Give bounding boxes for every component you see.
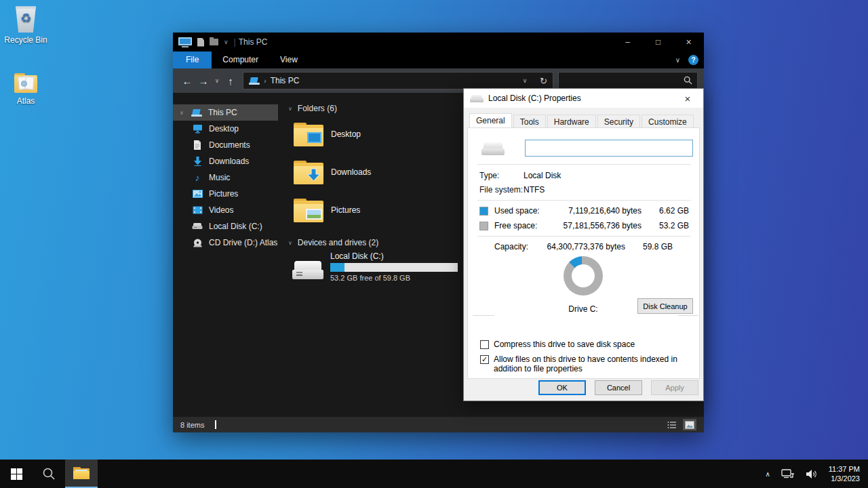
hard-drive-icon <box>292 261 323 279</box>
forward-button[interactable]: → <box>195 75 212 87</box>
help-icon[interactable]: ? <box>688 55 698 65</box>
quick-access-toolbar: ∨ | <box>173 37 236 47</box>
tab-computer[interactable]: Computer <box>212 52 269 68</box>
downloads-folder-icon <box>294 161 323 184</box>
apply-button[interactable]: Apply <box>651 380 698 395</box>
this-pc-icon <box>249 77 260 85</box>
breadcrumb[interactable]: This PC <box>271 76 300 85</box>
desktop-icon <box>192 123 203 134</box>
tree-expand-chevron-icon[interactable]: ∨ <box>180 110 185 116</box>
ribbon-tab-bar: File Computer View ∨ ? <box>173 52 704 68</box>
recycle-symbol-icon: ♻ <box>14 11 37 26</box>
desktop-icon-atlas[interactable]: Atlas <box>0 73 52 106</box>
dialog-title: Local Disk (C:) Properties <box>488 94 581 103</box>
compress-checkbox-row[interactable]: Compress this drive to save disk space <box>480 340 692 349</box>
hidden-icons-chevron-icon[interactable]: ∧ <box>765 470 770 478</box>
index-checkbox-row[interactable]: ✓ Allow files on this drive to have cont… <box>480 354 692 373</box>
dialog-footer: OK Cancel Apply <box>464 380 698 395</box>
volume-icon[interactable] <box>806 469 818 479</box>
capacity-row: Capacity: 64,300,773,376 bytes 59.8 GB <box>494 242 692 251</box>
taskbar-file-explorer-button[interactable] <box>65 460 98 488</box>
group-collapse-chevron-icon[interactable]: ∨ <box>288 106 292 112</box>
taskbar: ∧ 11:37 PM 1/3/2023 <box>0 460 868 488</box>
qat-separator: | <box>234 37 236 47</box>
document-icon <box>192 140 203 150</box>
dialog-titlebar: Local Disk (C:) Properties × <box>464 89 703 108</box>
hard-drive-icon <box>192 221 203 232</box>
file-explorer-icon <box>73 467 90 479</box>
sidebar-item-local-disk-c[interactable]: Local Disk (C:) <box>173 218 278 235</box>
windows-logo-icon <box>11 468 22 480</box>
network-icon[interactable] <box>781 468 795 479</box>
compress-checkbox-label: Compress this drive to save disk space <box>494 340 635 349</box>
separator <box>473 315 494 316</box>
desktop-icon-recycle-bin[interactable]: ♻ Recycle Bin <box>0 5 52 45</box>
sidebar-item-videos[interactable]: Videos <box>173 202 278 218</box>
sidebar-item-music[interactable]: ♪ Music <box>173 169 278 186</box>
new-folder-icon[interactable] <box>210 39 218 45</box>
tab-view[interactable]: View <box>269 52 309 68</box>
close-button[interactable]: × <box>673 33 704 52</box>
minimize-button[interactable]: – <box>612 33 643 52</box>
disk-cleanup-button[interactable]: Disk Cleanup <box>637 298 693 314</box>
cancel-button[interactable]: Cancel <box>595 380 642 395</box>
sidebar-item-desktop[interactable]: Desktop <box>173 121 278 137</box>
picture-icon <box>192 188 203 199</box>
free-space-row: Free space: 57,181,556,736 bytes 53.2 GB <box>479 221 692 230</box>
start-button[interactable] <box>0 460 33 488</box>
desktop-folder-icon <box>294 123 323 146</box>
address-bar[interactable]: › This PC ∨ ↻ <box>243 72 553 89</box>
properties-icon[interactable] <box>197 38 204 47</box>
volume-label-input[interactable] <box>525 140 693 157</box>
used-space-row: Used space: 7,119,216,640 bytes 6.62 GB <box>479 206 692 216</box>
refresh-icon[interactable]: ↻ <box>540 76 547 86</box>
drive-free-space-text: 53.2 GB free of 59.8 GB <box>330 274 458 282</box>
pictures-folder-icon <box>294 199 323 222</box>
up-button[interactable]: ↑ <box>222 75 239 87</box>
status-bar: 8 items <box>173 417 704 432</box>
recent-locations-chevron-icon[interactable]: ∨ <box>212 77 222 84</box>
sidebar-item-downloads[interactable]: Downloads <box>173 153 278 169</box>
atlas-folder-icon <box>13 73 39 94</box>
clock-time: 11:37 PM <box>829 464 860 474</box>
file-system-row: File system: NTFS <box>479 185 693 195</box>
taskbar-search-button[interactable] <box>33 460 65 488</box>
clock-date: 1/3/2023 <box>829 474 860 483</box>
this-pc-icon <box>191 107 202 118</box>
download-arrow-icon <box>192 156 203 167</box>
desktop-icon-label: Atlas <box>0 96 52 106</box>
cd-drive-icon <box>192 237 203 248</box>
search-icon <box>42 467 56 481</box>
thumbnail-view-icon[interactable] <box>683 419 696 430</box>
drive-label: Local Disk (C:) <box>330 251 458 261</box>
taskbar-clock[interactable]: 11:37 PM 1/3/2023 <box>829 464 860 483</box>
type-row: Type: Local Disk <box>479 171 693 180</box>
sidebar-item-documents[interactable]: Documents <box>173 137 278 153</box>
sidebar-item-pictures[interactable]: Pictures <box>173 186 278 202</box>
index-checkbox[interactable]: ✓ <box>480 355 489 364</box>
search-input[interactable] <box>558 72 698 89</box>
tab-file[interactable]: File <box>173 52 212 68</box>
free-space-swatch <box>479 222 488 230</box>
address-dropdown-chevron-icon[interactable]: ∨ <box>519 77 530 84</box>
details-view-icon[interactable] <box>665 419 679 430</box>
qat-customize-chevron-icon[interactable]: ∨ <box>224 39 229 45</box>
ribbon-collapse-chevron-icon[interactable]: ∨ <box>675 56 680 64</box>
sidebar-item-cd-drive-atlas[interactable]: CD Drive (D:) Atlas <box>173 235 278 251</box>
properties-dialog: Local Disk (C:) Properties × General Too… <box>463 88 704 401</box>
ok-button[interactable]: OK <box>538 380 586 395</box>
compress-checkbox[interactable] <box>480 340 489 349</box>
recycle-bin-icon: ♻ <box>14 5 37 33</box>
status-caret <box>215 420 216 429</box>
back-button[interactable]: ← <box>179 75 195 87</box>
drive-usage-bar <box>330 263 458 272</box>
separator <box>477 236 691 237</box>
sidebar-item-this-pc[interactable]: ∨ This PC <box>173 104 278 121</box>
window-controls: – □ × <box>612 33 704 52</box>
group-collapse-chevron-icon[interactable]: ∨ <box>288 240 292 246</box>
maximize-button[interactable]: □ <box>643 33 673 52</box>
separator <box>477 164 691 165</box>
usage-donut-chart <box>564 256 603 296</box>
dialog-close-icon[interactable]: × <box>678 93 697 104</box>
this-pc-system-icon <box>178 37 192 47</box>
